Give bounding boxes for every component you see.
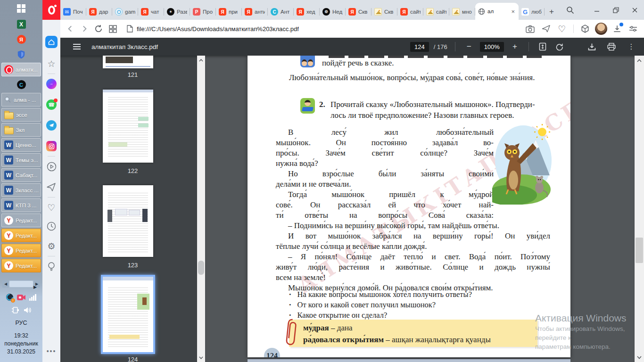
browser-tab[interactable]: Ядар <box>86 4 112 20</box>
sidebar-settings-button[interactable]: ⚙ <box>42 239 60 253</box>
thumbnail-page-123[interactable] <box>103 185 153 257</box>
zoom-in-button[interactable]: + <box>509 41 521 53</box>
browser-tab[interactable]: мно <box>449 4 475 20</box>
browser-tab-active[interactable]: ал × <box>475 3 519 20</box>
browser-tab[interactable]: Ячат <box>138 4 164 20</box>
tray-expand-icon[interactable]: ▶ <box>33 285 37 289</box>
sidebar-home-button[interactable] <box>42 35 60 49</box>
scroll-up-icon[interactable] <box>635 57 644 64</box>
taskbar-button-redakt-3[interactable]: Y Редакт... <box>1 244 41 257</box>
taskbar-button-almatkitap[interactable]: алматк... <box>1 63 41 76</box>
restore-button[interactable] <box>606 0 625 20</box>
browser-tab[interactable]: ✉Поч <box>60 4 86 20</box>
sidebar-history-button[interactable] <box>42 219 60 233</box>
thumbnail-page-122[interactable] <box>103 90 153 163</box>
reload-button[interactable] <box>91 22 106 36</box>
extensions-button[interactable] <box>578 22 592 36</box>
sidebar-messenger-button[interactable] <box>42 77 60 91</box>
taskbar-button-3klass[interactable]: W 3класс ... <box>1 183 41 197</box>
tab-search-button[interactable] <box>559 0 581 20</box>
browser-tab[interactable]: сайт <box>423 4 449 20</box>
browser-tab[interactable]: Gлюб <box>519 4 545 20</box>
language-indicator[interactable]: РУС <box>0 320 42 326</box>
screenshot-button[interactable] <box>523 22 537 36</box>
sidebar-whatsapp-button[interactable]: ☎ <box>42 98 60 112</box>
yandex-icon: Я <box>297 8 304 16</box>
opera-tray-icon[interactable]: ! <box>6 293 14 301</box>
taskbar-button-redakt-2[interactable]: Y Редакт... <box>1 229 41 242</box>
pdf-menu-button[interactable] <box>71 41 83 53</box>
sidebar-favorites-button[interactable]: ♡ <box>42 200 60 214</box>
pdf-download-button[interactable] <box>586 41 598 53</box>
browser-tab[interactable]: ЯСкв <box>346 4 372 20</box>
browser-tab[interactable]: Яанти <box>242 4 268 20</box>
opera-menu-button[interactable] <box>42 0 60 20</box>
camera-tray-icon[interactable] <box>17 294 26 301</box>
taskbar-button-redakt-4[interactable]: Y Редакт... <box>1 259 41 272</box>
scroll-down-icon[interactable] <box>197 354 205 361</box>
scroll-up-icon[interactable] <box>197 57 205 64</box>
browser-tab[interactable]: Яхед <box>294 4 320 20</box>
zoom-level[interactable]: 100% <box>480 42 504 52</box>
address-bar[interactable]: file:///C:/Users/Asus/Downloads/алматкит… <box>126 25 523 33</box>
forward-button[interactable] <box>77 22 91 36</box>
speed-dial-button[interactable] <box>106 22 120 36</box>
pdf-print-button[interactable] <box>605 41 618 53</box>
browser-tab[interactable]: CАнт <box>268 4 294 20</box>
profile-button[interactable] <box>594 22 608 36</box>
taskbar-button-3kl[interactable]: 3кл <box>1 123 41 137</box>
scroll-down-icon[interactable] <box>635 354 644 361</box>
browser-tab[interactable]: Япри <box>216 4 242 20</box>
browser-settings-button[interactable] <box>626 22 640 36</box>
browser-tab[interactable]: Ясайт <box>397 4 423 20</box>
taskbar-item-c-app[interactable]: C <box>1 78 41 91</box>
share-button[interactable] <box>539 22 553 36</box>
word-icon: W <box>4 156 13 165</box>
new-tab-button[interactable]: + <box>545 4 559 20</box>
thumbnail-page-124-selected[interactable] <box>101 275 155 354</box>
sidebar-instagram-button[interactable] <box>42 139 60 153</box>
page-number-input[interactable]: 124 <box>410 42 429 52</box>
sidebar-bookmarks-button[interactable]: ☆ <box>42 57 60 71</box>
browser-tab[interactable]: Скв <box>372 4 397 20</box>
tab-close-icon[interactable]: × <box>510 8 516 15</box>
taskbar-item-excel[interactable]: X <box>1 17 41 31</box>
scrollbar-thumb[interactable] <box>198 261 204 275</box>
pdf-more-button[interactable]: ⋮ <box>625 41 637 53</box>
sidebar-more-button[interactable]: ••• <box>42 344 60 358</box>
start-button[interactable] <box>0 0 42 16</box>
thumbnail-page-121[interactable] <box>103 56 153 68</box>
browser-tab[interactable]: РПро <box>190 4 216 20</box>
volume-icon[interactable] <box>24 306 32 314</box>
back-button[interactable] <box>63 22 77 36</box>
taskbar-item-yandex[interactable]: Я <box>1 33 41 46</box>
scrollbar-thumb[interactable] <box>636 238 643 263</box>
sidebar-video-button[interactable] <box>42 159 60 173</box>
taskbar-button-sabaq[interactable]: W Сабақт... <box>1 168 41 182</box>
downloads-button[interactable] <box>610 22 624 36</box>
browser-tab[interactable]: gam <box>112 4 138 20</box>
sidebar-share-button[interactable] <box>42 180 60 194</box>
power-plug-icon[interactable] <box>11 306 20 314</box>
taskbar-button-ktp3[interactable]: W КТП 3 ... <box>1 198 41 212</box>
sidebar-ideas-button[interactable] <box>42 259 60 273</box>
taskbar-item-shield[interactable] <box>1 48 41 61</box>
bookmark-button[interactable]: ♡ <box>555 22 569 36</box>
taskbar-button-temy[interactable]: W Темы э... <box>1 153 41 167</box>
minimize-button[interactable] <box>587 0 606 20</box>
taskbar-button-alma-search[interactable]: алма - ... <box>1 93 41 107</box>
pdf-scrollbar[interactable] <box>635 56 644 362</box>
taskbar-button-cenno[interactable]: W Ценно... <box>1 138 41 152</box>
rotate-button[interactable] <box>553 41 566 53</box>
fit-page-button[interactable] <box>537 41 549 53</box>
browser-tab[interactable]: ❁Нед <box>320 4 346 20</box>
close-window-button[interactable] <box>625 0 644 20</box>
sidebar-telegram-button[interactable] <box>42 118 60 132</box>
network-signal-icon[interactable] <box>29 294 37 301</box>
tray-clock[interactable]: 19:32 понедельник 31.03.2025 <box>0 332 42 356</box>
taskbar-button-redakt-1[interactable]: Y Редакт... <box>1 214 41 227</box>
browser-tab[interactable]: ✶Разв <box>164 4 190 20</box>
taskbar-button-esse[interactable]: эссе <box>1 108 41 122</box>
thumbnail-scrollbar[interactable] <box>197 56 205 362</box>
zoom-out-button[interactable]: − <box>463 41 475 53</box>
